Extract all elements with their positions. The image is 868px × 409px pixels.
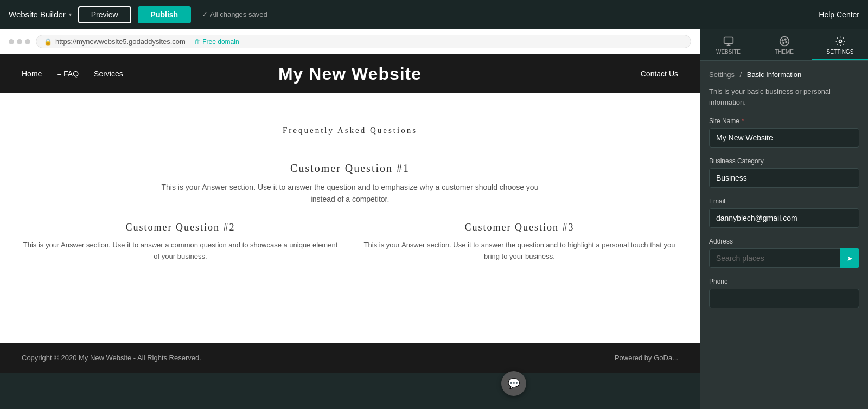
tab-theme[interactable]: THEME [756,29,812,60]
svg-point-8 [839,40,841,43]
faq-q3-answer: This is your Answer section. Use it to a… [361,240,678,263]
svg-point-5 [784,39,786,40]
dot-green [25,39,30,44]
nav-services[interactable]: Services [94,69,123,78]
email-input[interactable] [709,208,859,228]
business-category-input[interactable] [709,168,859,188]
address-label: Address [709,238,859,245]
nav-faq[interactable]: – FAQ [57,69,79,78]
address-input[interactable] [709,248,859,268]
faq-q2-answer: This is your Answer section. Use it to a… [22,240,339,263]
faq-q1-answer: This is your Answer section. Use it to a… [160,181,540,206]
dot-yellow [17,39,22,44]
chevron-down-icon: ▾ [69,11,72,17]
phone-label: Phone [709,278,859,285]
browser-dots [9,39,30,44]
svg-point-6 [786,41,787,43]
faq-col-3: Customer Question #3 This is your Answer… [361,222,678,263]
business-category-field-group: Business Category [709,157,859,188]
panel-tabs: WEBSITE THEME SETTINGS [700,29,868,61]
palette-icon [779,36,790,47]
tab-website-label: WEBSITE [716,49,741,55]
faq-col-2: Customer Question #2 This is your Answer… [22,222,339,263]
saved-status: ✓ All changes saved [202,10,267,18]
tab-settings[interactable]: SETTINGS [812,29,868,60]
gear-icon [835,36,846,47]
browser-bar: 🔒 https://mynewwebsite5.godaddysites.com… [0,29,700,54]
preview-button[interactable]: Preview [78,6,131,23]
breadcrumb: Settings / Basic Information [709,71,859,79]
phone-field-group: Phone [709,278,859,308]
site-name-field-group: Site Name * [709,117,859,148]
svg-point-7 [783,42,784,44]
site-nav: Home – FAQ Services My New Website Conta… [0,54,700,93]
topbar-left: Website Builder ▾ Preview Publish ✓ All … [9,6,267,23]
site-name-input[interactable] [709,128,859,148]
nav-home[interactable]: Home [22,69,42,78]
chat-button[interactable]: 💬 [501,371,526,396]
faq-section-title: Frequently Asked Questions [22,126,678,135]
tab-theme-label: THEME [775,49,794,55]
phone-input[interactable] [709,289,859,308]
chat-icon: 💬 [508,378,520,389]
address-field-group: Address ➤ [709,238,859,268]
dot-red [9,39,14,44]
location-button[interactable]: ➤ [840,248,859,268]
check-icon: ✓ [202,10,208,18]
faq-q3-title: Customer Question #3 [361,222,678,233]
website-builder-button[interactable]: Website Builder ▾ [9,10,72,19]
publish-button[interactable]: Publish [138,6,192,23]
breadcrumb-current: Basic Information [747,71,801,79]
footer-copyright: Copyright © 2020 My New Website - All Ri… [22,354,201,362]
url-text: https://mynewwebsite5.godaddysites.com [55,37,186,46]
email-label: Email [709,197,859,205]
email-field-group: Email [709,197,859,228]
site-name-label: Site Name * [709,117,859,125]
tab-settings-label: SETTINGS [826,49,853,55]
svg-point-3 [780,37,789,46]
preview-area: 🔒 https://mynewwebsite5.godaddysites.com… [0,29,700,409]
free-domain-label[interactable]: 🗑 Free domain [194,38,239,46]
website-builder-label: Website Builder [9,10,66,19]
breadcrumb-separator: / [740,71,742,79]
business-category-label: Business Category [709,157,859,165]
topbar: Website Builder ▾ Preview Publish ✓ All … [0,0,868,29]
tab-website[interactable]: WEBSITE [700,29,756,60]
svg-point-4 [782,40,783,41]
svg-rect-0 [724,37,733,44]
faq-section: Frequently Asked Questions Customer Ques… [0,93,700,343]
monitor-icon [723,36,734,47]
website-content: Home – FAQ Services My New Website Conta… [0,54,700,409]
faq-q2-title: Customer Question #2 [22,222,339,233]
panel-description: This is your basic business or personal … [709,86,859,107]
address-wrapper: ➤ [709,248,859,268]
help-center-button[interactable]: Help Center [819,10,859,19]
required-marker: * [742,117,744,125]
location-icon: ➤ [847,254,853,263]
topbar-right: Help Center [819,10,859,19]
url-bar[interactable]: 🔒 https://mynewwebsite5.godaddysites.com… [36,35,691,48]
nav-links: Home – FAQ Services [22,69,123,78]
footer-powered: Powered by GoDa... [615,354,678,362]
breadcrumb-root[interactable]: Settings [709,71,735,79]
faq-q1: Customer Question #1 This is your Answer… [22,162,678,206]
nav-contact[interactable]: Contact Us [641,69,678,78]
faq-two-col: Customer Question #2 This is your Answer… [22,222,678,263]
settings-panel: WEBSITE THEME SETTINGS [700,29,868,409]
main-layout: 🔒 https://mynewwebsite5.godaddysites.com… [0,29,868,409]
site-title: My New Website [278,64,422,84]
lock-icon: 🔒 [44,38,52,46]
site-footer: Copyright © 2020 My New Website - All Ri… [0,343,700,373]
panel-body: Settings / Basic Information This is you… [700,61,868,409]
faq-q1-title: Customer Question #1 [22,162,678,175]
